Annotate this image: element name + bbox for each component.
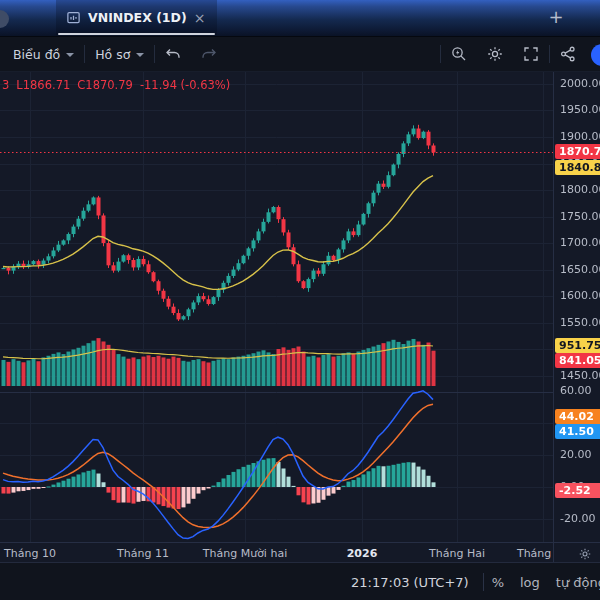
price-axis[interactable]: 2000.001950.001900.001850.001800.001750.… [553, 72, 600, 542]
axis-price-badge: 1840.85 [555, 160, 600, 175]
axis-label: 1600.00 [560, 289, 600, 302]
add-tab-button[interactable]: + [545, 6, 567, 28]
time-axis-label: Tháng Hai [429, 547, 485, 560]
time-axis-label: Tháng 11 [117, 547, 169, 560]
axis-label: 1750.00 [560, 210, 600, 223]
fullscreen-icon[interactable] [522, 45, 540, 63]
auto-scale-toggle[interactable]: tự động [548, 575, 600, 590]
settings-gear-icon[interactable] [486, 45, 504, 63]
clock[interactable]: 21:17:03 (UTC+7) [351, 575, 483, 590]
tab-bar: VNINDEX (1D) × + [0, 0, 600, 37]
toolbar-divider [549, 45, 550, 63]
profile-menu-button[interactable]: Hồ sơ [85, 47, 154, 62]
toolbar-right-group [440, 45, 600, 63]
axis-label: 1800.00 [560, 183, 600, 196]
chart-type-icon [66, 10, 81, 25]
axis-label: 2000.00 [560, 77, 600, 90]
redo-icon[interactable] [200, 45, 218, 63]
axis-price-badge: 1870.79 [555, 144, 600, 159]
chart-canvas[interactable] [0, 72, 600, 542]
axis-price-badge: 951.75 [555, 338, 600, 353]
chart-menu-button[interactable]: Biểu đồ [3, 47, 84, 62]
time-axis-label: 2026 [347, 547, 378, 560]
legend-low: L1866.71 [16, 78, 70, 92]
tab-title: VNINDEX (1D) [88, 10, 187, 25]
status-bar: 21:17:03 (UTC+7) % log tự động [0, 562, 600, 600]
log-scale-toggle[interactable]: log [512, 575, 548, 590]
toolbar-divider [440, 45, 441, 63]
quick-search-icon[interactable] [450, 45, 468, 63]
axis-price-badge: 44.02 [555, 409, 600, 424]
axis-label: -20.00 [560, 512, 595, 525]
axis-label: 1950.00 [560, 103, 600, 116]
percent-scale-toggle[interactable]: % [484, 575, 512, 590]
axis-price-badge: 41.50 [555, 424, 600, 439]
toolbar-divider [154, 45, 155, 63]
axis-label: 20.00 [560, 448, 592, 461]
profile-menu-label: Hồ sơ [95, 47, 130, 62]
time-axis-label: Tháng 10 [4, 547, 56, 560]
axis-price-badge: -2.52 [555, 483, 600, 498]
chevron-down-icon [136, 53, 144, 57]
axis-label: 1900.00 [560, 130, 600, 143]
legend-change: -11.94 (-0.63%) [140, 78, 230, 92]
axis-label: 1700.00 [560, 236, 600, 249]
axis-label: 1550.00 [560, 316, 600, 329]
axis-label: 1450.00 [560, 369, 600, 382]
account-avatar[interactable] [0, 10, 9, 28]
undo-icon[interactable] [164, 45, 182, 63]
tab-vnindex[interactable]: VNINDEX (1D) × [56, 0, 217, 35]
axis-label: 1650.00 [560, 263, 600, 276]
main-toolbar: Biểu đồ Hồ sơ [0, 37, 600, 72]
axis-label: 60.00 [560, 384, 592, 397]
chevron-down-icon [66, 53, 74, 57]
ohlc-legend[interactable]: 3 L1866.71 C1870.79 -11.94 (-0.63%) [2, 78, 230, 92]
close-icon[interactable]: × [194, 11, 206, 25]
share-icon[interactable] [559, 45, 577, 63]
time-axis-label: Tháng Mười hai [203, 547, 287, 560]
axis-price-badge: 841.05 [555, 353, 600, 368]
chart-menu-label: Biểu đồ [13, 47, 60, 62]
legend-close: C1870.79 [77, 78, 133, 92]
chart-area: 3 L1866.71 C1870.79 -11.94 (-0.63%) 2000… [0, 72, 600, 564]
legend-high-fragment: 3 [2, 78, 9, 92]
time-axis-settings-gear-icon[interactable] [578, 547, 592, 561]
